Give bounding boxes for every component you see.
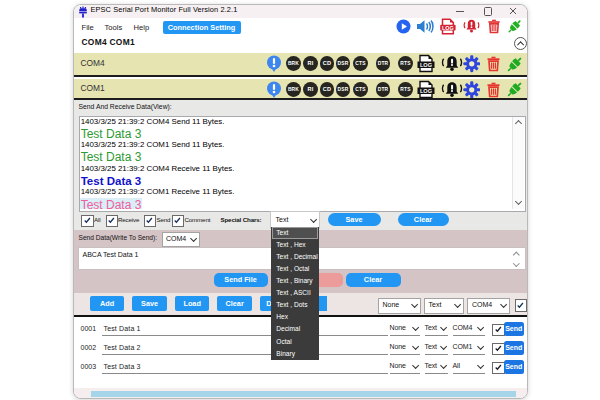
svg-text:LOG: LOG xyxy=(442,25,454,31)
svg-text:LOG: LOG xyxy=(419,62,431,68)
svg-text:LOG: LOG xyxy=(419,87,431,93)
